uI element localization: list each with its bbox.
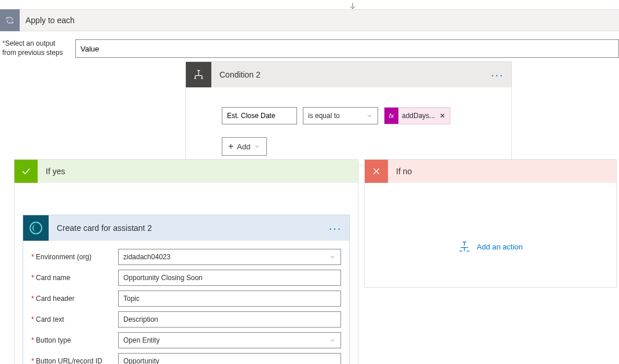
field-label: * Button URL/record ID: [31, 357, 118, 364]
form-row: * Card nameOpportunity Closing Soon: [31, 270, 341, 286]
field-value: Topic: [123, 295, 140, 303]
field-value: Opportunity: [123, 357, 159, 364]
if-yes-branch: If yes Create card for assistant 2 ··· *…: [14, 159, 358, 364]
x-icon: [365, 160, 388, 183]
check-icon: [14, 160, 38, 183]
action-menu-button[interactable]: ···: [325, 218, 346, 238]
field-input[interactable]: Opportunity Closing Soon: [118, 270, 341, 286]
field-select[interactable]: zidadach04023: [118, 249, 341, 265]
field-value: Description: [123, 315, 158, 323]
field-label: * Card name: [31, 274, 118, 282]
condition-right-operand-token[interactable]: fx addDays... ✕: [384, 107, 450, 124]
chevron-down-icon: [366, 112, 373, 119]
condition-operator-select[interactable]: is equal to: [303, 107, 378, 124]
field-input[interactable]: Topic: [118, 291, 341, 307]
plus-icon: +: [228, 142, 233, 151]
field-label: * Card text: [31, 315, 118, 323]
if-no-header: If no: [365, 160, 616, 183]
condition-menu-button[interactable]: ···: [487, 64, 508, 85]
remove-token-button[interactable]: ✕: [438, 112, 446, 120]
condition-expression-row: is equal to fx addDays... ✕: [222, 107, 494, 124]
condition-icon: [186, 62, 211, 87]
field-label: * Button type: [31, 336, 118, 344]
select-output-input[interactable]: [75, 39, 619, 58]
create-card-action: Create card for assistant 2 ··· * Enviro…: [23, 215, 350, 364]
field-value: Open Entity: [123, 336, 160, 344]
add-action-icon: [458, 241, 471, 252]
condition-left-operand[interactable]: [222, 107, 297, 124]
condition-operator-label: is equal to: [308, 112, 340, 120]
dynamics-icon: [23, 215, 49, 241]
add-action-label: Add an action: [477, 242, 523, 251]
loop-icon: [0, 9, 20, 31]
field-input[interactable]: Description: [118, 311, 341, 328]
condition-title: Condition 2: [219, 70, 487, 79]
condition-header[interactable]: Condition 2 ···: [186, 62, 511, 87]
action-title: Create card for assistant 2: [57, 223, 325, 233]
form-row: * Button URL/record IDOpportunity: [31, 353, 341, 364]
fx-token-label: addDays...: [402, 112, 435, 120]
form-row: * Card textDescription: [31, 311, 341, 328]
field-value: Opportunity Closing Soon: [123, 274, 203, 282]
condition-card: Condition 2 ··· is equal to fx addDays..…: [185, 61, 512, 166]
form-row: * Card headerTopic: [31, 291, 341, 307]
add-button-label: Add: [237, 142, 250, 151]
apply-to-each-title: Apply to each: [25, 16, 75, 25]
action-form: * Environment (org)zidadach04023* Card n…: [23, 241, 349, 364]
condition-body: is equal to fx addDays... ✕ + Add: [186, 87, 511, 165]
apply-to-each-header[interactable]: Apply to each: [0, 9, 619, 31]
field-label: * Environment (org): [31, 253, 118, 261]
field-select[interactable]: Open Entity: [118, 332, 341, 348]
add-action-button[interactable]: Add an action: [365, 241, 616, 252]
form-row: * Button typeOpen Entity: [31, 332, 341, 348]
select-output-label: *Select an output from previous steps: [2, 39, 75, 57]
chevron-down-icon: [329, 337, 336, 344]
action-header[interactable]: Create card for assistant 2 ···: [23, 215, 349, 241]
chevron-down-icon: [329, 253, 336, 260]
add-condition-button[interactable]: + Add: [222, 137, 267, 156]
form-row: * Environment (org)zidadach04023: [31, 249, 341, 265]
field-value: zidadach04023: [123, 253, 170, 261]
if-yes-title: If yes: [46, 167, 65, 176]
if-no-title: If no: [396, 167, 412, 176]
select-output-row: *Select an output from previous steps: [2, 39, 619, 58]
if-no-branch: If no Add an action: [364, 159, 617, 288]
if-yes-header: If yes: [14, 160, 358, 183]
fx-icon: fx: [384, 108, 398, 124]
field-input[interactable]: Opportunity: [118, 353, 341, 364]
field-label: * Card header: [31, 295, 118, 303]
chevron-down-icon: [254, 143, 261, 150]
